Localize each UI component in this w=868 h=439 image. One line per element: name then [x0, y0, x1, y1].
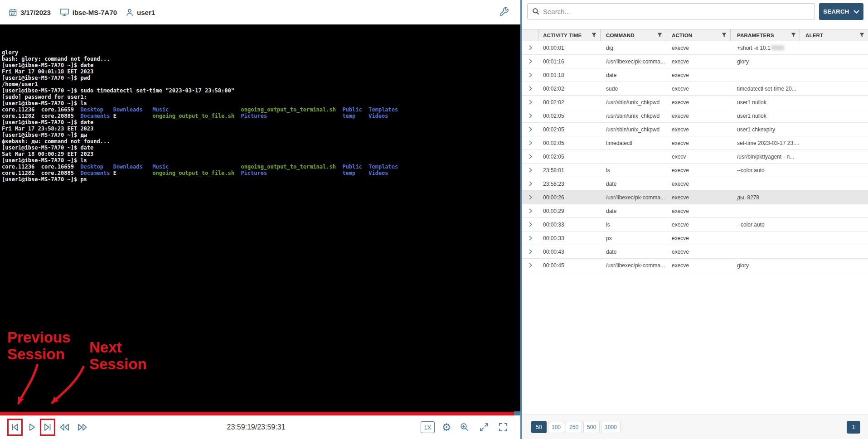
cell-command: dig [601, 41, 666, 54]
cell-parameters [731, 68, 800, 82]
table-row[interactable]: 00:00:26/usr/libexec/pk-comma...execveды… [522, 191, 868, 204]
cell-action: execve [666, 41, 731, 54]
cell-action: execve [666, 204, 731, 217]
session-date[interactable]: 3/17/2023 [9, 9, 51, 16]
search-button[interactable]: SEARCH [819, 3, 863, 20]
cell-command: /usr/sbin/unix_chkpwd [601, 123, 666, 136]
cell-activity-time: 00:00:29 [538, 204, 601, 217]
cell-alert [800, 232, 868, 245]
page-size-1000[interactable]: 1000 [601, 421, 621, 433]
table-row[interactable]: 00:00:29dateexecve [522, 204, 868, 218]
redacted-blur [771, 45, 784, 50]
chevron-right-icon[interactable] [529, 72, 532, 77]
table-row[interactable]: 00:00:33lsexecve--color auto [522, 218, 868, 232]
chevron-right-icon[interactable] [529, 249, 532, 254]
cell-command: date [601, 68, 666, 82]
session-player-panel: 3/17/2023 ibse-MS-7A70 u [0, 0, 520, 439]
table-row[interactable]: 00:01:18dateexecve [522, 68, 868, 82]
cell-parameters: --color auto [731, 218, 800, 231]
filter-icon[interactable] [859, 33, 864, 38]
table-row[interactable]: 23:58:01lsexecve--color auto [522, 164, 868, 177]
cell-action: execve [666, 259, 731, 272]
search-row: SEARCH [522, 0, 868, 29]
cell-alert [800, 204, 868, 217]
filter-icon[interactable] [592, 33, 596, 38]
chevron-right-icon[interactable] [529, 208, 532, 213]
cell-activity-time: 00:02:05 [538, 136, 601, 150]
table-row[interactable]: 00:02:05timedatectlexecveset-time 2023-0… [522, 136, 868, 150]
column-header-activity-time[interactable]: ACTIVITY TIME [538, 29, 601, 41]
column-header-alert[interactable]: ALERT [800, 29, 868, 41]
page-size-50[interactable]: 50 [531, 421, 547, 433]
playback-speed-button[interactable]: 1X [421, 421, 435, 433]
cell-action: execve [666, 245, 731, 258]
table-row[interactable]: 00:00:33psexecve [522, 232, 868, 245]
column-header-action[interactable]: ACTION [666, 29, 731, 41]
cell-action: execve [666, 218, 731, 231]
cell-action: execve [666, 164, 731, 177]
chevron-right-icon[interactable] [529, 45, 532, 50]
table-row[interactable]: 00:02:05execv/usr/bin/pkttyagent --n... [522, 150, 868, 164]
chevron-right-icon[interactable] [529, 140, 532, 145]
next-session-button[interactable] [42, 422, 53, 432]
session-header: 3/17/2023 ibse-MS-7A70 u [0, 0, 520, 24]
cell-activity-time: 23:58:23 [538, 177, 601, 190]
chevron-right-icon[interactable] [529, 154, 532, 159]
cell-action: execve [666, 123, 731, 136]
cell-command [601, 150, 666, 163]
table-row[interactable]: 00:01:16/usr/libexec/pk-comma...execvegl… [522, 55, 868, 68]
gear-icon[interactable]: ⚙ [441, 421, 452, 433]
page-size-500[interactable]: 500 [583, 421, 600, 433]
chevron-right-icon[interactable] [529, 236, 532, 241]
cell-action: execve [666, 96, 731, 109]
chevron-right-icon[interactable] [529, 181, 532, 186]
play-button[interactable] [26, 422, 37, 432]
page-size-250[interactable]: 250 [566, 421, 582, 433]
cell-parameters: user1 chkexpiry [731, 123, 800, 136]
table-row[interactable]: 00:02:05/usr/sbin/unix_chkpwdexecveuser1… [522, 109, 868, 123]
cell-activity-time: 00:02:02 [538, 82, 601, 95]
table-row[interactable]: 00:00:45/usr/libexec/pk-comma...execvegl… [522, 259, 868, 272]
chevron-right-icon[interactable] [529, 86, 532, 91]
session-host-label: ibse-MS-7A70 [73, 9, 117, 16]
zoom-in-icon[interactable] [459, 421, 470, 433]
table-row[interactable]: 00:00:01digexecve+short -x 10.1 [522, 41, 868, 55]
playback-time-display: 23:59:19/23:59:31 [213, 423, 299, 431]
expand-icon[interactable] [478, 421, 490, 433]
fullscreen-icon[interactable] [497, 421, 509, 433]
previous-session-button[interactable] [10, 422, 20, 432]
search-box [527, 3, 815, 19]
table-row[interactable]: 00:00:43dateexecve [522, 245, 868, 259]
cell-activity-time: 00:02:05 [538, 109, 601, 122]
table-row[interactable]: 23:58:23dateexecve [522, 177, 868, 191]
cell-alert [800, 218, 868, 231]
current-page-badge[interactable]: 1 [847, 421, 860, 434]
table-row[interactable]: 00:02:02/usr/sbin/unix_chkpwdexecveuser1… [522, 96, 868, 109]
playback-seekbar[interactable] [0, 412, 514, 415]
filter-icon[interactable] [657, 33, 662, 38]
search-input[interactable] [543, 8, 815, 15]
rewind-button[interactable] [59, 422, 70, 432]
table-row[interactable]: 00:02:02sudoexecvetimedatectl set-time 2… [522, 82, 868, 96]
wrench-icon[interactable] [499, 7, 509, 16]
cell-action: execve [666, 232, 731, 245]
chevron-right-icon[interactable] [529, 59, 532, 64]
table-row[interactable]: 00:02:05/usr/sbin/unix_chkpwdexecveuser1… [522, 123, 868, 136]
activity-table-body: 00:00:01digexecve+short -x 10.100:01:16/… [522, 41, 868, 272]
chevron-right-icon[interactable] [529, 113, 532, 118]
filter-icon[interactable] [791, 33, 796, 38]
chevron-right-icon[interactable] [529, 100, 532, 105]
filter-icon[interactable] [722, 33, 727, 38]
chevron-right-icon[interactable] [529, 127, 532, 132]
search-icon [532, 8, 539, 15]
column-header-command[interactable]: COMMAND [601, 29, 666, 41]
cell-command: /usr/sbin/unix_chkpwd [601, 96, 666, 109]
page-size-100[interactable]: 100 [548, 421, 564, 433]
chevron-right-icon[interactable] [529, 195, 532, 200]
column-header-parameters[interactable]: PARAMETERS [731, 29, 800, 41]
cell-activity-time: 00:00:45 [538, 259, 601, 272]
fast-forward-button[interactable] [77, 422, 88, 432]
chevron-right-icon[interactable] [529, 263, 532, 268]
chevron-right-icon[interactable] [529, 222, 532, 227]
chevron-right-icon[interactable] [529, 168, 532, 173]
